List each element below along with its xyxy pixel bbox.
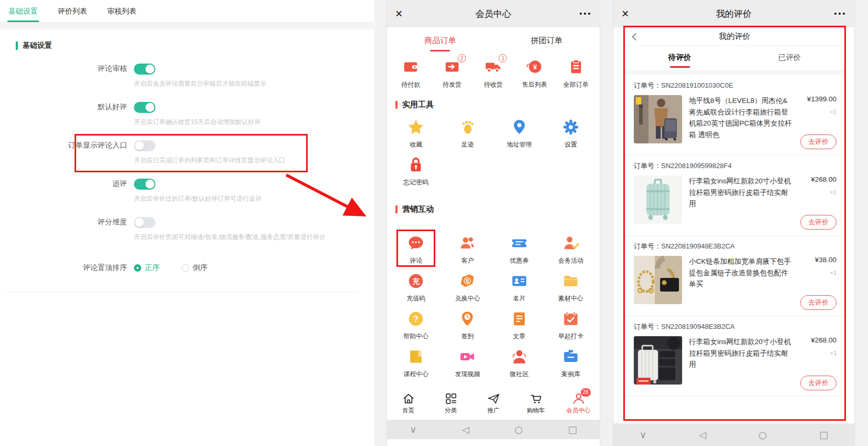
- grid-item-label: 帮助中心: [403, 332, 428, 341]
- grid-item-足迹[interactable]: 足迹: [442, 118, 493, 149]
- tabbar-item-推广[interactable]: 推广: [472, 389, 515, 419]
- order-status-售后列表[interactable]: ¥售后列表: [514, 58, 556, 89]
- tools-section-header: 实用工具: [395, 100, 600, 110]
- grid-item-label: 兑换中心: [455, 294, 480, 303]
- grid-item-客户[interactable]: 客户: [442, 234, 493, 265]
- grid-item-优惠券[interactable]: 优惠券: [494, 234, 545, 265]
- admin-tab-评价列表[interactable]: 评价列表: [58, 0, 87, 22]
- grid-item-label: 素材中心: [558, 294, 583, 303]
- grid-item-兑换中心[interactable]: 兑兑换中心: [442, 272, 493, 303]
- grid-item-素材中心[interactable]: 素材中心: [545, 272, 597, 303]
- order-number-value: SN2208190948E3B2CA: [661, 242, 735, 250]
- tabbar-item-分类[interactable]: 分类: [430, 389, 472, 419]
- grid-item-label: 名片: [513, 294, 526, 303]
- grid-item-签到[interactable]: 签到: [442, 310, 493, 341]
- people-icon: [458, 234, 476, 252]
- sort-option-正序[interactable]: 正序: [134, 263, 160, 273]
- toggle-switch[interactable]: [134, 179, 155, 190]
- order-status-label: 全部订单: [563, 80, 589, 89]
- admin-tab-审核列表[interactable]: 审核列表: [107, 0, 137, 22]
- grid-item-早起打卡[interactable]: 早起打卡: [545, 310, 597, 341]
- review-order-card: 订单号：SN2208190948E3B2CA行李箱女ins网红新款20寸小登机拉…: [625, 316, 844, 397]
- order-status-待收货[interactable]: 1待收货: [473, 58, 514, 89]
- tab-拼团订单[interactable]: 拼团订单: [494, 29, 600, 54]
- grid-item-label: 文章: [513, 332, 526, 341]
- grid-item-微社区[interactable]: 微社区: [494, 348, 545, 379]
- grid-item-案例库[interactable]: 案例库: [545, 348, 597, 379]
- lock-icon: [407, 156, 425, 174]
- go-review-button[interactable]: 去评价: [800, 295, 836, 310]
- home-icon[interactable]: ○: [759, 430, 767, 440]
- product-name: 行李箱女ins网红新款20寸小登机拉杆箱男密码旅行皮箱子结实耐用: [689, 175, 793, 222]
- close-icon[interactable]: ×: [622, 8, 629, 20]
- section-accent-bar: [16, 42, 18, 50]
- tab-待评价[interactable]: 待评价: [625, 46, 735, 70]
- setting-label: 默认好评: [16, 102, 134, 112]
- tabbar-item-label: 购物车: [527, 407, 545, 414]
- close-icon[interactable]: ×: [395, 8, 402, 20]
- home-icon[interactable]: ○: [515, 425, 523, 434]
- go-review-button[interactable]: 去评价: [800, 376, 836, 390]
- grid-item-label: 客户: [461, 256, 474, 265]
- order-number-value: SN22081909599828F4: [661, 162, 731, 170]
- order-status-全部订单[interactable]: 全部订单: [555, 58, 597, 89]
- go-review-button[interactable]: 去评价: [800, 134, 836, 149]
- more-icon[interactable]: [834, 13, 845, 15]
- order-status-待付款[interactable]: 待付款: [390, 58, 432, 89]
- admin-tab-基础设置[interactable]: 基础设置: [8, 0, 38, 22]
- toggle-switch[interactable]: [134, 64, 155, 75]
- svg-text:兑: 兑: [465, 278, 470, 284]
- product-image: [634, 175, 682, 224]
- recents-icon[interactable]: □: [819, 430, 828, 440]
- reviews-inner-header: 我的评价: [625, 27, 844, 46]
- my-reviews-screen: × 我的评价 我的评价 待评价已评价 订单号：SN2208191001030C0…: [613, 0, 854, 446]
- back-icon[interactable]: ◁: [699, 430, 706, 440]
- toggle-switch[interactable]: [134, 217, 155, 228]
- grid-item-收藏[interactable]: 收藏: [390, 118, 442, 149]
- tabbar-item-会员中心[interactable]: 28会员中心: [557, 389, 600, 419]
- grid-item-忘记密码[interactable]: 忘记密码: [390, 156, 442, 187]
- grid-item-label: 地址管理: [507, 140, 532, 149]
- go-review-button[interactable]: 去评价: [800, 215, 836, 230]
- setting-description: 开启后评价过的订单/默认好评订单可进行追评: [134, 194, 358, 203]
- toggle-switch[interactable]: [134, 102, 155, 113]
- id-card-icon: [510, 272, 528, 290]
- tab-商品订单[interactable]: 商品订单: [387, 29, 494, 54]
- grid-item-课程中心[interactable]: 课程中心: [390, 348, 442, 379]
- setting-row: 评论审核开启后会员评论需要后台审核后才能在前端显示: [16, 63, 358, 101]
- order-status-label: 待发货: [443, 80, 462, 89]
- grid-item-label: 充值码: [406, 294, 425, 303]
- order-type-tabs: 商品订单拼团订单: [387, 29, 600, 54]
- more-icon[interactable]: [580, 13, 591, 15]
- grid-item-设置[interactable]: 设置: [545, 118, 597, 149]
- grid-item-地址管理[interactable]: 地址管理: [494, 118, 545, 149]
- setting-label: 追评: [16, 179, 134, 189]
- toggle-switch[interactable]: [134, 140, 155, 151]
- setting-row: 评分维度开启后评价页面可对描述/包装,物流服务/配送,服务态度/质量进行评分: [16, 216, 358, 255]
- my-reviews-header: × 我的评价: [613, 0, 854, 27]
- my-reviews-title: 我的评价: [613, 8, 854, 20]
- grid-item-文章[interactable]: 文章: [494, 310, 545, 341]
- tab-已评价[interactable]: 已评价: [735, 46, 844, 70]
- product-price: ¥268.00: [800, 175, 836, 183]
- order-status-label: 待付款: [401, 80, 420, 89]
- android-nav-bar: ∨◁○□: [613, 423, 854, 446]
- grid-item-帮助中心[interactable]: ?帮助中心: [390, 310, 442, 341]
- sort-option-倒序[interactable]: 倒序: [182, 263, 207, 273]
- collapse-icon[interactable]: ∨: [410, 425, 416, 434]
- grid-item-名片[interactable]: 名片: [494, 272, 545, 303]
- grid-item-发现视频[interactable]: 发现视频: [442, 348, 493, 379]
- back-icon[interactable]: ◁: [462, 425, 469, 434]
- order-status-待发货[interactable]: 2待发货: [432, 58, 473, 89]
- grid-item-会务活动[interactable]: 会务活动: [545, 234, 597, 265]
- radio-icon: [182, 264, 189, 272]
- ticket-icon: [510, 234, 528, 252]
- product-quantity: ×1: [800, 269, 836, 276]
- grid-item-充值码[interactable]: 充充值码: [390, 272, 442, 303]
- tabbar-item-购物车[interactable]: 购物车: [515, 389, 557, 419]
- grid-item-评论[interactable]: 评论: [390, 234, 442, 265]
- recents-icon[interactable]: □: [568, 425, 577, 434]
- member-center-header: × 会员中心: [387, 0, 600, 27]
- collapse-icon[interactable]: ∨: [640, 430, 646, 440]
- tabbar-item-首页[interactable]: 首页: [387, 389, 430, 419]
